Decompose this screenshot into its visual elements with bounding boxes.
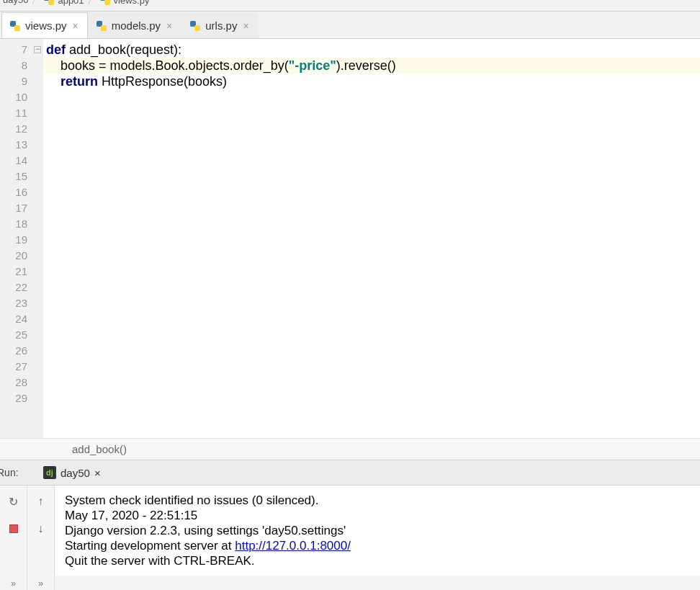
arrow-down-icon[interactable]: ↓	[34, 522, 48, 536]
editor-breadcrumb: add_book()	[0, 438, 700, 460]
code-editor[interactable]: 7891011121314151617181920212223242526272…	[0, 39, 700, 438]
code-area[interactable]: def add_book(request): books = models.Bo…	[43, 39, 700, 438]
tab-label: views.py	[25, 19, 67, 32]
more-icon[interactable]: »	[27, 576, 55, 590]
close-icon[interactable]: ×	[71, 20, 80, 32]
server-url-link[interactable]: http://127.0.0.1:8000/	[235, 539, 351, 553]
python-file-icon	[9, 20, 21, 32]
breadcrumb-item[interactable]: day50	[3, 0, 28, 5]
chevron-right-icon: 〉	[87, 0, 97, 7]
python-file-icon	[99, 0, 111, 6]
breadcrumb-item[interactable]: views.py	[99, 0, 150, 6]
more-icon[interactable]: »	[0, 576, 27, 590]
tab-label: urls.py	[205, 19, 237, 32]
fold-gutter	[33, 39, 43, 438]
breadcrumb: day50 〉 app01 〉 views.py	[0, 0, 700, 12]
fold-toggle-icon[interactable]	[34, 46, 41, 53]
close-icon[interactable]: ×	[241, 20, 250, 32]
chevron-right-icon: 〉	[31, 0, 40, 7]
tab-label: models.py	[112, 19, 161, 32]
rerun-icon[interactable]: ↻	[6, 494, 21, 509]
console-toolbar-left: ↻	[0, 486, 27, 576]
run-config-name: day50	[60, 467, 90, 479]
tab-views[interactable]: views.py ×	[1, 12, 88, 38]
close-icon[interactable]: ×	[165, 20, 174, 32]
tab-urls[interactable]: urls.py ×	[181, 12, 258, 38]
python-file-icon	[96, 20, 107, 32]
tab-models[interactable]: models.py ×	[88, 12, 182, 38]
run-config-tab[interactable]: dj day50 ×	[33, 460, 111, 485]
run-panel-label: Run:	[0, 467, 30, 478]
arrow-up-icon[interactable]: ↑	[34, 494, 48, 509]
current-function[interactable]: add_book()	[72, 443, 127, 455]
run-console: ↻ ↑ ↓ System check identified no issues …	[0, 486, 700, 576]
stop-icon[interactable]	[6, 522, 21, 536]
django-icon: dj	[43, 466, 56, 479]
bottom-toolbar: » »	[0, 576, 700, 590]
console-output[interactable]: System check identified no issues (0 sil…	[55, 486, 700, 576]
folder-icon	[43, 0, 55, 6]
python-file-icon	[189, 20, 201, 32]
run-toolbar: Run: dj day50 ×	[0, 460, 700, 486]
breadcrumb-item[interactable]: app01	[43, 0, 84, 6]
line-numbers: 7891011121314151617181920212223242526272…	[0, 39, 33, 438]
editor-tabs: views.py × models.py × urls.py ×	[0, 12, 700, 39]
console-toolbar-right: ↑ ↓	[27, 486, 55, 576]
close-icon[interactable]: ×	[94, 467, 101, 479]
